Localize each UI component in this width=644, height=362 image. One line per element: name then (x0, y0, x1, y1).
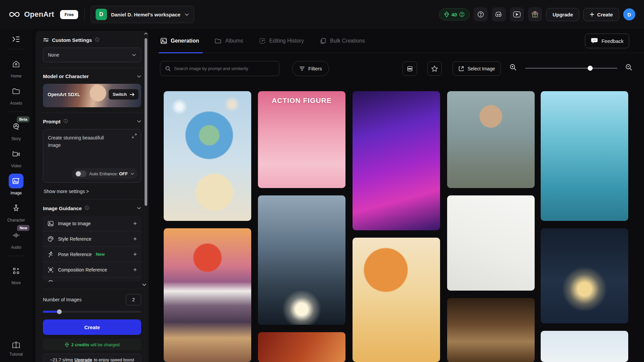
sidebar-item-audio[interactable]: New Audio (0, 228, 32, 250)
search-input[interactable] (174, 66, 268, 71)
sliders-icon (43, 37, 49, 43)
scroll-up-chevron-icon[interactable] (144, 32, 148, 35)
beta-badge: Beta (17, 116, 30, 122)
generated-image-mountain-sunset[interactable] (164, 228, 251, 362)
custom-settings-select[interactable]: None (43, 48, 141, 62)
question-circle-icon (459, 12, 465, 17)
sidebar-item-more[interactable]: More (0, 263, 32, 285)
user-avatar[interactable]: D (623, 8, 635, 20)
generated-image-cyberpunk-woman[interactable] (353, 91, 440, 230)
scrollbar-thumb[interactable] (145, 38, 147, 206)
panel-scrollbar[interactable] (144, 32, 148, 287)
credits-pill[interactable]: 40 (439, 8, 470, 20)
sidebar-item-character[interactable]: Character (0, 201, 32, 223)
auto-enhance-toggle[interactable]: Auto Enhance: OFF (72, 168, 138, 179)
filter-icon (299, 66, 305, 71)
sidebar-divider (7, 49, 25, 49)
tab-editing-history[interactable]: Editing History (259, 29, 304, 53)
sidebar-item-tutorial[interactable]: Tutorial (0, 341, 32, 357)
discord-button[interactable] (492, 7, 506, 21)
youtube-button[interactable] (510, 7, 524, 21)
help-button[interactable] (474, 7, 488, 21)
gift-button[interactable] (528, 7, 542, 21)
zoom-in-icon[interactable] (509, 64, 517, 71)
generated-image-elderly-man[interactable] (447, 91, 535, 188)
generated-image-felt-earth-globe[interactable] (164, 91, 251, 221)
select-image-button[interactable]: Select Image (452, 61, 501, 76)
card-view-toggle-button[interactable] (402, 61, 417, 76)
plus-icon[interactable]: + (133, 266, 137, 274)
slider-handle[interactable] (588, 66, 593, 71)
sidebar-item-image[interactable]: Image (0, 174, 32, 195)
topbar-divider (84, 8, 85, 21)
generated-image-lego-meeting[interactable] (541, 228, 628, 323)
credits-amount: 40 (451, 12, 457, 17)
workspace-name: Daniel D. Hemel's workspace (111, 12, 180, 17)
auto-enhance-state: OFF (119, 171, 128, 176)
tab-albums[interactable]: Albums (214, 29, 243, 53)
upgrade-link[interactable]: Upgrade (74, 357, 92, 362)
generated-image-red-room[interactable] (258, 332, 345, 362)
prompt-input[interactable]: Create stunning beaautifull image Auto E… (43, 129, 141, 183)
guidance-row-style-reference[interactable]: Style Reference + (43, 231, 141, 247)
toggle-switch[interactable] (75, 171, 87, 177)
model-section-title: Model or Character (43, 73, 89, 79)
info-icon: ⓘ (95, 37, 99, 43)
model-name: OpenArt SDXL (48, 92, 80, 97)
main-content: Generation Albums Editing History (152, 29, 644, 362)
favorites-star-button[interactable] (427, 61, 442, 76)
create-button-topbar[interactable]: Create (583, 8, 619, 21)
chevron-down-icon[interactable] (137, 207, 141, 209)
sidebar-toggle-icon[interactable] (12, 36, 20, 43)
panel-bottom: Number of Images 2 Create 2 credits will… (43, 289, 141, 362)
slider-handle[interactable] (57, 309, 62, 314)
number-of-images-value[interactable]: 2 (126, 294, 141, 305)
number-of-images-slider[interactable] (43, 311, 141, 313)
openart-logo[interactable]: OpenArt (9, 10, 54, 19)
plus-icon[interactable]: + (133, 220, 137, 227)
guidance-row-composition-reference[interactable]: Composition Reference + (43, 262, 141, 278)
generated-image-pale-sky-bird[interactable] (541, 331, 628, 362)
sidebar-item-home[interactable]: Home (0, 57, 32, 78)
prompt-text[interactable]: Create stunning beaautifull image (48, 134, 115, 149)
feedback-button[interactable]: Feedback (585, 34, 629, 48)
chevron-down-icon[interactable] (137, 75, 141, 78)
sidebar-item-video[interactable]: Video (0, 146, 32, 168)
zoom-out-icon[interactable] (625, 64, 633, 71)
gem-icon (65, 342, 69, 347)
search-box[interactable] (160, 61, 279, 76)
upgrade-button[interactable]: Upgrade (546, 8, 579, 21)
chevron-down-icon[interactable] (137, 120, 141, 123)
generated-image-dragon-girl[interactable] (353, 238, 440, 362)
sidebar-item-story[interactable]: Beta Story (0, 119, 32, 141)
action-figure-text: ACTION FIGURE (258, 97, 345, 105)
workspace-selector[interactable]: D Daniel D. Hemel's workspace (91, 6, 194, 23)
folder-icon (214, 37, 222, 45)
image-guidance-title: Image Guidance (43, 205, 82, 211)
generated-image-winged-demon[interactable] (447, 298, 535, 362)
tab-generation[interactable]: Generation (160, 29, 199, 53)
guidance-row-pose-reference[interactable]: Pose Reference New + (43, 247, 141, 262)
plus-icon[interactable]: + (133, 251, 137, 258)
switch-model-button[interactable]: Switch (109, 89, 139, 100)
model-card[interactable]: OpenArt SDXL Switch (43, 84, 141, 107)
openart-app: OpenArt Free D Daniel D. Hemel's workspa… (0, 0, 644, 362)
show-more-settings-link[interactable]: Show more settings > (44, 189, 141, 194)
generated-image-city-meditation[interactable] (258, 195, 345, 325)
generated-image-action-figure[interactable]: ACTION FIGURE (258, 91, 345, 188)
tab-bulk-creations[interactable]: Bulk Creations (319, 29, 365, 53)
create-generate-button[interactable]: Create (43, 319, 141, 335)
guidance-row-image-to-image[interactable]: Image to Image + (43, 216, 141, 231)
generated-image-boy-stairs[interactable] (447, 195, 535, 291)
edit-square-icon (259, 37, 266, 45)
panel-divider (42, 199, 143, 200)
grid-size-slider[interactable] (525, 68, 618, 69)
expand-icon[interactable] (132, 133, 137, 138)
generated-image-waterfall-bridges[interactable] (541, 91, 628, 221)
grid-column (447, 91, 535, 362)
sidebar-item-assets[interactable]: Assets (0, 84, 32, 106)
filters-button[interactable]: Filters (292, 61, 329, 76)
home-icon (9, 57, 23, 71)
plus-icon[interactable]: + (133, 235, 137, 243)
video-camera-icon (9, 146, 23, 161)
